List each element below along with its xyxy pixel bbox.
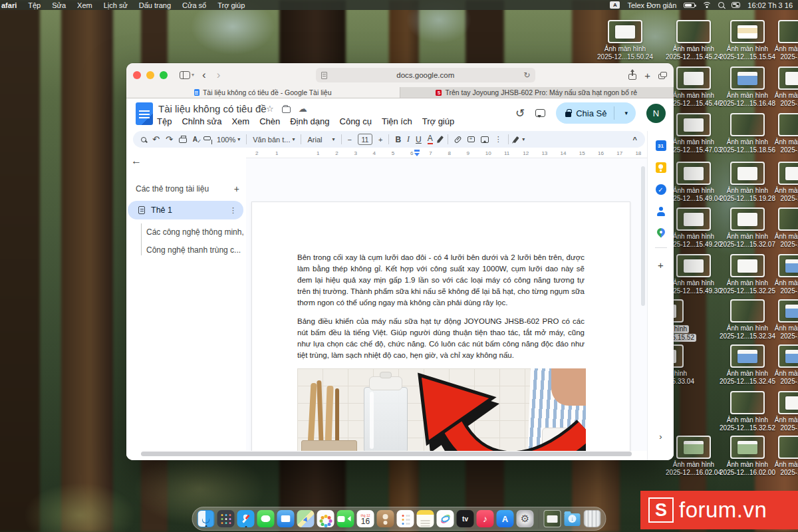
docs-menu-cong-cu[interactable]: Công cụ xyxy=(340,116,372,126)
dock-icon-tv[interactable]: tv xyxy=(457,510,474,527)
add-tab-button[interactable]: + xyxy=(234,184,239,194)
search-menus-icon[interactable] xyxy=(141,137,146,142)
docs-menu-tep[interactable]: Tệp xyxy=(157,116,172,126)
dock-icon-maps[interactable] xyxy=(297,510,315,527)
document-title[interactable]: Tài liệu không có tiêu đề xyxy=(158,103,267,114)
dock-icon-notes[interactable] xyxy=(417,510,434,527)
insert-image-icon[interactable] xyxy=(481,136,489,143)
dock-icon-mail[interactable] xyxy=(277,510,295,527)
docs-menu-tro-giup[interactable]: Trợ giúp xyxy=(422,116,455,126)
outline-item-1[interactable]: Các công nghệ thông minh,... xyxy=(146,223,243,241)
move-folder-icon[interactable] xyxy=(282,106,291,113)
underline-button[interactable]: U xyxy=(416,135,422,144)
document-page[interactable]: Bên trong cối xay là cụm lưỡi dao đôi - … xyxy=(251,201,630,451)
hide-menus-button[interactable]: ^ xyxy=(633,136,637,144)
paint-format-icon[interactable] xyxy=(203,139,211,140)
dock-icon-music[interactable]: ♪ xyxy=(477,510,494,527)
reload-icon[interactable]: ↻ xyxy=(523,70,530,80)
hide-side-panel-icon[interactable]: › xyxy=(659,432,662,442)
cloud-status-icon[interactable]: ☁ xyxy=(299,104,307,114)
dock-icon-trash[interactable] xyxy=(584,510,601,527)
editing-mode-select[interactable]: ▾ xyxy=(515,136,525,143)
desktop-icon-screenshot[interactable]: Ảnh màn hình2025-12...15.50.24 xyxy=(595,20,655,61)
menu-xem[interactable]: Xem xyxy=(77,1,92,9)
version-history-icon[interactable]: ↺ xyxy=(515,106,525,120)
close-window-button[interactable] xyxy=(133,71,141,79)
dock-icon-launchpad[interactable] xyxy=(217,510,235,527)
zoom-select[interactable]: 100%▾ xyxy=(217,136,240,144)
menu-tep[interactable]: Tệp xyxy=(28,1,41,9)
forward-button[interactable]: › xyxy=(214,68,223,82)
dock-icon-photos[interactable] xyxy=(317,510,334,527)
paragraph-style-select[interactable]: Văn bản t...▾ xyxy=(253,136,295,144)
dock-icon-safari[interactable] xyxy=(237,510,255,527)
spotlight-search-icon[interactable] xyxy=(718,2,724,8)
google-tasks-icon[interactable]: ✓ xyxy=(656,184,666,195)
dock-icon-calendar[interactable]: thg 1216 xyxy=(357,510,374,527)
new-tab-button[interactable]: + xyxy=(642,70,653,81)
font-select[interactable]: Arial▾ xyxy=(307,136,334,144)
desktop-icon-screenshot[interactable]: Ảnh màn hình2025-12... xyxy=(765,299,798,340)
more-options-icon[interactable]: ⋮ xyxy=(495,135,502,144)
control-center-icon[interactable] xyxy=(732,2,740,8)
font-size-input[interactable]: 11 xyxy=(358,134,372,145)
desktop-icon-screenshot[interactable]: Ảnh màn hình2025-12... xyxy=(765,344,798,386)
add-comment-icon[interactable] xyxy=(467,136,475,142)
dock-icon-downloads[interactable]: ↓ xyxy=(564,510,581,527)
undo-icon[interactable]: ↶ xyxy=(152,134,160,144)
page-format-icon[interactable] xyxy=(321,72,327,79)
highlight-color-button[interactable] xyxy=(439,136,442,143)
margin-marker[interactable] xyxy=(414,150,420,156)
menu-sua[interactable]: Sửa xyxy=(52,1,66,9)
dock-icon-freeform[interactable] xyxy=(437,510,454,527)
share-icon[interactable] xyxy=(628,71,636,80)
desktop-icon-screenshot[interactable]: Ảnh màn hình2025-12... xyxy=(765,162,798,203)
tab-options-icon[interactable]: ⋮ xyxy=(229,206,237,215)
menu-tro-giup[interactable]: Trợ giúp xyxy=(217,1,245,9)
dock-icon-finder[interactable] xyxy=(198,510,215,527)
google-contacts-icon[interactable] xyxy=(656,206,666,217)
menu-cua-so[interactable]: Cửa sổ xyxy=(182,1,206,9)
desktop-icon-screenshot[interactable]: Ảnh màn hình2025-12... xyxy=(765,436,798,477)
tab-google-docs[interactable]: Tài liệu không có tiêu đề - Google Tài l… xyxy=(126,87,400,98)
dock-icon-facetime[interactable] xyxy=(337,510,354,527)
dock-icon-messages[interactable] xyxy=(257,510,275,527)
menu-bar-clock[interactable]: 16:02 Th 3 16 xyxy=(747,1,793,9)
menu-dau-trang[interactable]: Dấu trang xyxy=(139,1,171,9)
docs-menu-dinh-dang[interactable]: Định dạng xyxy=(290,116,329,126)
google-maps-icon[interactable] xyxy=(655,227,666,238)
desktop-icon-screenshot[interactable]: Ảnh màn hình2025-12... xyxy=(765,391,798,432)
menu-lich-su[interactable]: Lịch sử xyxy=(104,1,128,9)
docs-menu-chinh-sua[interactable]: Chỉnh sửa xyxy=(182,116,221,126)
sidebar-tab-1[interactable]: Thẻ 1 ⋮ xyxy=(128,201,243,219)
bold-button[interactable]: B xyxy=(395,135,401,144)
back-button[interactable]: ‹ xyxy=(200,68,209,82)
document-paragraph[interactable]: Bên trong cối xay là cụm lưỡi dao đôi - … xyxy=(297,252,585,309)
desktop-icon-screenshot[interactable]: Ảnh màn hình2025-12... xyxy=(765,66,798,108)
menu-app-name[interactable]: afari xyxy=(1,1,17,9)
desktop-icon-screenshot[interactable]: Ảnh màn hình2025-12...15.45.24 xyxy=(664,20,724,61)
spell-check-icon[interactable]: A✓ xyxy=(193,136,198,143)
desktop-icon-screenshot[interactable]: Ảnh màn hình2025-12... xyxy=(765,254,798,295)
tab-overview-icon[interactable] xyxy=(658,72,667,79)
redo-icon[interactable]: ↷ xyxy=(166,134,173,144)
dock-icon-settings[interactable]: ⚙ xyxy=(517,510,534,527)
decrease-font-size-button[interactable]: − xyxy=(348,136,352,144)
italic-button[interactable]: I xyxy=(407,134,410,144)
input-source-label[interactable]: Telex Đơn giản xyxy=(627,1,676,9)
account-avatar[interactable]: N xyxy=(646,104,666,123)
hide-sidebar-arrow-icon[interactable]: ← xyxy=(131,155,142,167)
input-source-icon[interactable]: A xyxy=(610,1,620,9)
desktop-icon-screenshot[interactable]: Ảnh màn hình2025-12... xyxy=(765,20,798,61)
dock-icon-reminders[interactable] xyxy=(397,510,414,527)
google-keep-icon[interactable] xyxy=(656,162,666,173)
battery-icon[interactable] xyxy=(684,3,695,8)
docs-menu-tien-ich[interactable]: Tiện ích xyxy=(382,116,412,126)
document-image-blender-photo[interactable] xyxy=(297,368,586,451)
docs-menu-xem[interactable]: Xem xyxy=(231,116,249,126)
docs-menu-chen[interactable]: Chèn xyxy=(259,116,280,126)
desktop-icon-screenshot[interactable]: Ảnh màn hình2025-12... xyxy=(765,207,798,249)
print-icon[interactable] xyxy=(179,136,187,143)
sidebar-toggle-button[interactable]: ▾ xyxy=(180,71,194,79)
document-horizontal-scrollbar[interactable] xyxy=(141,452,632,456)
